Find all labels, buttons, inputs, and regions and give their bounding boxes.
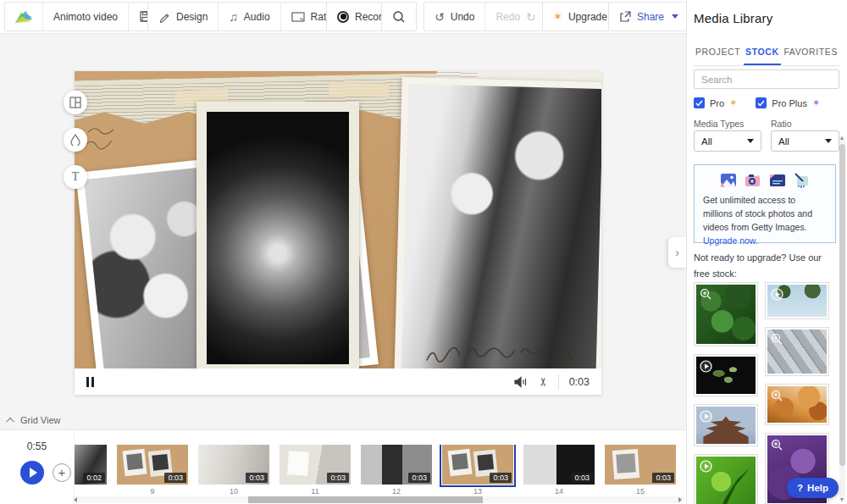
timeline-clip[interactable]: 0:03 11 (280, 445, 351, 497)
checkbox-checked-icon (756, 97, 767, 108)
search-button[interactable] (382, 3, 416, 30)
chevron-down-icon (825, 139, 832, 143)
promo-text: Get unlimited access to millions of stoc… (703, 193, 827, 247)
timeline-clip[interactable]: 0:03 10 (198, 445, 269, 497)
project-title[interactable]: Animoto video (42, 3, 128, 30)
share-button[interactable]: Share (609, 3, 689, 30)
canvas-photo-mother-daughter (394, 77, 601, 368)
color-tool-button[interactable] (64, 128, 87, 152)
text-tool-button[interactable]: T (64, 165, 87, 189)
video-canvas[interactable] (75, 71, 601, 368)
layout-grid-icon (69, 97, 81, 108)
scroll-up-arrow-icon[interactable] (840, 136, 844, 140)
pro-plus-label: Pro Plus (772, 98, 807, 108)
share-caret-icon (672, 14, 678, 19)
document-icon (769, 173, 786, 188)
ratio-select[interactable]: All (771, 130, 839, 152)
scroll-right-arrow-icon[interactable] (678, 497, 682, 502)
clip-duration: 0:03 (490, 473, 512, 483)
media-library-panel: Media Library PROJECT STOCK FAVORITES Pr… (686, 0, 847, 504)
stock-item[interactable] (694, 354, 758, 396)
pro-checkbox[interactable]: Pro ✶ (694, 97, 737, 108)
volume-icon[interactable] (514, 376, 529, 388)
tab-stock[interactable]: STOCK (744, 41, 781, 65)
edit-group: Design ♫ Audio Ratio (147, 2, 346, 31)
stock-item[interactable] (694, 282, 758, 346)
grid-view-label: Grid View (20, 415, 60, 425)
play-button[interactable] (20, 461, 44, 485)
scroll-down-arrow-icon[interactable] (840, 498, 844, 501)
design-label: Design (176, 11, 208, 23)
chevron-up-icon (6, 417, 14, 425)
promo-icons (703, 173, 827, 188)
upgrade-button[interactable]: ✶ Upgrade (543, 3, 617, 30)
stock-item[interactable] (765, 384, 829, 425)
undo-icon: ↺ (435, 10, 445, 24)
pause-button[interactable] (86, 377, 94, 387)
timeline: 0:55 + 0:02 0:03 9 0:03 10 0:03 11 0:03 … (0, 429, 686, 504)
share-icon (619, 11, 631, 23)
help-button[interactable]: ? Help (787, 478, 839, 498)
panel-title: Media Library (694, 11, 772, 25)
audio-button[interactable]: ♫ Audio (218, 3, 280, 30)
redo-button[interactable]: Redo ↻ (484, 3, 545, 30)
stock-item[interactable] (765, 327, 829, 376)
undo-button[interactable]: ↺ Undo (424, 3, 484, 30)
clip-number: 13 (442, 487, 513, 496)
search-input[interactable] (695, 75, 839, 85)
clip-duration: 0:02 (83, 473, 105, 483)
timeline-clip-selected[interactable]: 0:03 13 (442, 445, 513, 497)
timeline-clip[interactable]: 0:03 9 (117, 445, 188, 497)
timeline-clip[interactable]: 0:03 12 (361, 445, 432, 497)
pencil-icon (158, 11, 170, 23)
timeline-clip[interactable]: 0:02 (75, 445, 107, 497)
stock-grid (694, 282, 839, 504)
ratio-filter-label: Ratio (771, 119, 792, 129)
play-icon (700, 360, 712, 373)
media-types-label: Media Types (694, 119, 744, 129)
clip-number: 11 (280, 487, 351, 496)
timeline-clip[interactable]: 0:03 15 (605, 445, 676, 497)
audio-label: Audio (244, 11, 270, 23)
timeline-scrollbar-thumb[interactable] (248, 496, 483, 503)
zoom-icon (771, 390, 783, 402)
clip-duration: 0:03 (246, 473, 268, 483)
animoto-logo[interactable] (5, 3, 42, 30)
timeline-scrollbar[interactable] (73, 496, 683, 503)
clip-number: 14 (523, 487, 595, 496)
upgrade-now-link[interactable]: Upgrade now. (703, 235, 758, 246)
grid-view-toggle[interactable]: Grid View (8, 415, 60, 425)
scroll-left-arrow-icon[interactable] (74, 497, 77, 502)
panel-scrollbar-thumb[interactable] (839, 144, 845, 466)
stock-item[interactable] (694, 454, 758, 504)
tab-project[interactable]: PROJECT (694, 41, 742, 65)
layout-tool-button[interactable] (64, 91, 87, 114)
player-divider (558, 374, 559, 390)
design-button[interactable]: Design (148, 3, 218, 30)
getty-upgrade-promo: Get unlimited access to millions of stoc… (694, 164, 836, 243)
tab-favorites[interactable]: FAVORITES (782, 41, 839, 65)
redo-icon: ↻ (526, 10, 536, 24)
canvas-scribble (80, 122, 156, 156)
video-preview-card: ✂ 0:03 (75, 71, 601, 395)
clip-number: 12 (361, 487, 432, 496)
panel-scrollbar[interactable] (839, 136, 845, 502)
animoto-logo-icon (14, 8, 34, 25)
pro-sparkle-icon: ✶ (729, 97, 737, 108)
add-clip-button[interactable]: + (53, 463, 71, 482)
zoom-icon (771, 333, 783, 346)
media-types-select[interactable]: All (694, 130, 761, 152)
trim-scissors-icon[interactable]: ✂ (537, 377, 550, 386)
record-icon (337, 11, 349, 23)
canvas-tape (329, 82, 390, 97)
clip-duration: 0:03 (164, 473, 186, 483)
stock-item[interactable] (694, 404, 758, 446)
stock-item[interactable] (765, 282, 829, 319)
panel-collapse-toggle[interactable]: › (668, 237, 686, 268)
canvas-handwriting (422, 341, 583, 365)
clip-duration: 0:03 (571, 473, 593, 483)
clip-time: 0:03 (569, 376, 590, 388)
promo-text-body: Get unlimited access to millions of stoc… (703, 195, 812, 232)
pro-plus-checkbox[interactable]: Pro Plus ✶ (756, 97, 820, 108)
timeline-clip[interactable]: 0:03 14 (523, 445, 595, 497)
